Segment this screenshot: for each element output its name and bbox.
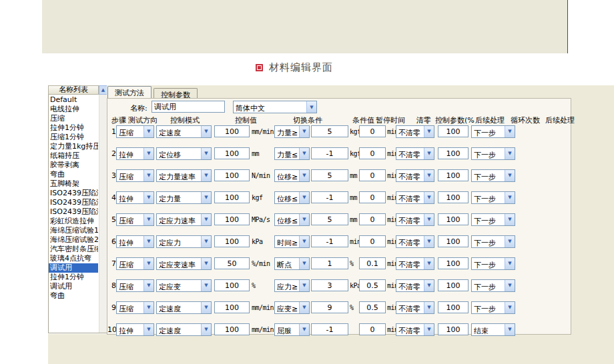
next-step-select[interactable]: 下一步 ▼ [471, 235, 515, 248]
control-value-input[interactable] [214, 169, 250, 181]
control-mode-select[interactable]: 定速度 ▼ [156, 301, 212, 314]
list-item[interactable]: ISO2439压陷法 [49, 189, 98, 198]
control-mode-select[interactable]: 定力量速率 ▼ [156, 169, 212, 182]
clear-select[interactable]: 不清零 ▼ [396, 323, 434, 336]
list-item[interactable]: 海绵压缩试验2 [49, 235, 98, 245]
control-value-input[interactable] [214, 257, 250, 269]
condition-value-input[interactable] [311, 191, 348, 203]
condition-value-input[interactable] [311, 323, 348, 335]
list-item[interactable]: 拉伸1分钟 [49, 273, 98, 282]
switch-condition-select[interactable]: 力量≥ ▼ [274, 125, 310, 138]
switch-condition-select[interactable]: 断点 ▼ [274, 257, 310, 270]
control-mode-select[interactable]: 定应变 ▼ [156, 279, 212, 292]
next-step-select[interactable]: 下一步 ▼ [471, 301, 515, 314]
control-value-input[interactable] [214, 301, 250, 313]
switch-condition-select[interactable]: 位移≥ ▼ [274, 169, 310, 182]
list-item[interactable]: 调试用 [49, 282, 98, 291]
pause-time-input[interactable] [359, 279, 386, 291]
direction-select[interactable]: 压缩 ▼ [116, 213, 154, 226]
condition-value-input[interactable] [311, 279, 348, 291]
condition-value-input[interactable] [311, 147, 348, 159]
switch-condition-select[interactable]: 力量≤ ▼ [274, 147, 310, 160]
control-param-input[interactable] [438, 213, 469, 225]
next-step-select[interactable]: 结束 ▼ [471, 323, 515, 336]
direction-select[interactable]: 压缩 ▼ [116, 301, 154, 314]
control-value-input[interactable] [214, 125, 250, 137]
list-item[interactable]: 调试用 [49, 263, 98, 273]
switch-condition-select[interactable]: 位移≤ ▼ [274, 213, 310, 226]
tab-test-method[interactable]: 测试方法 [107, 86, 151, 98]
clear-select[interactable]: 不清零 ▼ [396, 235, 434, 248]
pause-time-input[interactable] [359, 191, 386, 203]
control-mode-select[interactable]: 定力量 ▼ [156, 191, 212, 204]
list-item[interactable]: ISO2439压陷法 [49, 198, 98, 207]
list-item[interactable]: 压缩1分钟 [49, 133, 98, 142]
next-step-select[interactable]: 下一步 ▼ [471, 169, 515, 182]
control-param-input[interactable] [438, 147, 469, 159]
language-select[interactable]: 简体中文 ▼ [233, 101, 317, 113]
control-param-input[interactable] [438, 257, 469, 269]
next-step-select[interactable]: 下一步 ▼ [471, 257, 515, 270]
control-param-input[interactable] [438, 323, 469, 335]
control-value-input[interactable] [214, 191, 250, 203]
list-item[interactable]: 玻璃4点抗弯 [49, 254, 98, 263]
direction-select[interactable]: 压缩 ▼ [116, 125, 154, 138]
next-step-select[interactable]: 下一步 ▼ [471, 213, 515, 226]
direction-select[interactable]: 拉伸 ▼ [116, 147, 154, 160]
method-name-input[interactable] [151, 101, 225, 113]
pause-time-input[interactable] [359, 257, 386, 269]
direction-select[interactable]: 拉伸 ▼ [116, 323, 154, 336]
control-value-input[interactable] [214, 279, 250, 291]
clear-select[interactable]: 不清零 ▼ [396, 257, 434, 270]
switch-condition-select[interactable]: 屈服 ▼ [274, 323, 310, 336]
direction-select[interactable]: 压缩 ▼ [116, 257, 154, 270]
pause-time-input[interactable] [359, 147, 386, 159]
control-param-input[interactable] [438, 169, 469, 181]
switch-condition-select[interactable]: 时间≥ ▼ [274, 235, 310, 248]
direction-select[interactable]: 压缩 ▼ [116, 279, 154, 292]
list-item[interactable]: 胶带剥离 [49, 161, 98, 170]
clear-select[interactable]: 不清零 ▼ [396, 301, 434, 314]
condition-value-input[interactable] [311, 235, 348, 247]
control-mode-select[interactable]: 定速度 ▼ [156, 323, 212, 336]
tab-control-params[interactable]: 控制参数 [154, 88, 198, 98]
list-item[interactable]: 压缩 [49, 114, 98, 123]
list-item[interactable]: 拉伸1分钟 [49, 123, 98, 133]
condition-value-input[interactable] [311, 169, 348, 181]
control-value-input[interactable] [214, 235, 250, 247]
pause-time-input[interactable] [359, 323, 386, 335]
pause-time-input[interactable] [359, 301, 386, 313]
list-item[interactable]: 弯曲 [49, 170, 98, 179]
direction-select[interactable]: 压缩 ▼ [116, 169, 154, 182]
list-item[interactable]: 彩虹织造拉伸 [49, 217, 98, 226]
pause-time-input[interactable] [359, 235, 386, 247]
clear-select[interactable]: 不清零 ▼ [396, 213, 434, 226]
list-item[interactable]: Default [49, 95, 98, 105]
list-item[interactable]: ISO2439压陷法 [49, 207, 98, 217]
control-param-input[interactable] [438, 279, 469, 291]
scrollbar-track[interactable] [99, 95, 107, 333]
control-param-input[interactable] [438, 125, 469, 137]
control-value-input[interactable] [214, 147, 250, 159]
control-param-input[interactable] [438, 191, 469, 203]
condition-value-input[interactable] [311, 257, 348, 269]
control-param-input[interactable] [438, 301, 469, 313]
control-value-input[interactable] [214, 213, 250, 225]
pause-time-input[interactable] [359, 213, 386, 225]
direction-select[interactable]: 拉伸 ▼ [116, 235, 154, 248]
control-mode-select[interactable]: 定应力速率 ▼ [156, 213, 212, 226]
list-item[interactable]: 五脚椅架 [49, 179, 98, 189]
list-item[interactable]: 纸箱持压 [49, 151, 98, 161]
clear-select[interactable]: 不清零 ▼ [396, 169, 434, 182]
clear-select[interactable]: 不清零 ▼ [396, 125, 434, 138]
list-item[interactable]: 汽车密封条压缩 [49, 245, 98, 254]
direction-select[interactable]: 拉伸 ▼ [116, 191, 154, 204]
switch-condition-select[interactable]: 应变≥ ▼ [274, 301, 310, 314]
next-step-select[interactable]: 下一步 ▼ [471, 125, 515, 138]
condition-value-input[interactable] [311, 213, 348, 225]
condition-value-input[interactable] [311, 125, 348, 137]
clear-select[interactable]: 不清零 ▼ [396, 147, 434, 160]
control-mode-select[interactable]: 定应力 ▼ [156, 235, 212, 248]
clear-select[interactable]: 不清零 ▼ [396, 191, 434, 204]
pause-time-input[interactable] [359, 169, 386, 181]
